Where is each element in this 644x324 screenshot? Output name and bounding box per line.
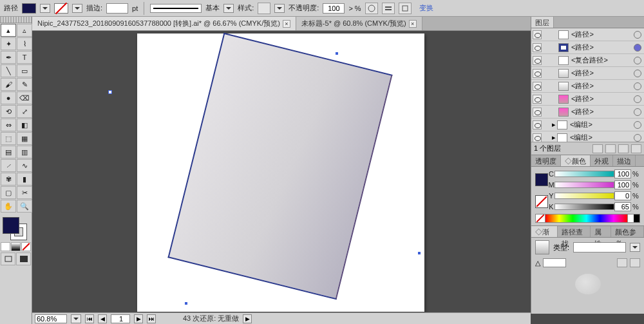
panel-grip[interactable] xyxy=(0,17,32,23)
width-tool[interactable]: ⇔ xyxy=(1,119,16,131)
stroke-swatch[interactable] xyxy=(54,3,68,14)
paintbrush-tool[interactable]: 🖌 xyxy=(1,78,16,91)
transform-link[interactable]: 变换 xyxy=(419,3,433,13)
target-icon[interactable] xyxy=(634,70,641,77)
tab-appearance[interactable]: 外观 xyxy=(591,155,613,166)
slider-cyan[interactable] xyxy=(554,171,614,177)
pen-tool[interactable]: ✒ xyxy=(1,51,16,64)
artboard-tool[interactable]: ▢ xyxy=(1,186,16,199)
anchor-point[interactable] xyxy=(184,301,188,305)
value-magenta[interactable]: 100 xyxy=(614,180,631,189)
lock-slot[interactable] xyxy=(543,95,551,104)
layer-row[interactable]: <复合路径> xyxy=(531,54,644,67)
lock-slot[interactable] xyxy=(543,56,551,65)
visibility-icon[interactable] xyxy=(533,95,542,104)
eyedropper-tool[interactable]: ⟋ xyxy=(1,159,16,172)
layer-row[interactable]: <路径> xyxy=(531,80,644,93)
selection-tool[interactable]: ▴ xyxy=(1,24,16,37)
lasso-tool[interactable]: ⌇ xyxy=(17,37,32,50)
free-transform-tool[interactable]: ◧ xyxy=(17,119,32,131)
target-icon[interactable] xyxy=(634,57,641,64)
layer-row[interactable]: <路径> xyxy=(531,93,644,106)
locate-object-icon[interactable] xyxy=(592,144,603,153)
lock-slot[interactable] xyxy=(543,30,551,39)
gradient-tool[interactable]: ▥ xyxy=(17,146,32,158)
color-mode-solid[interactable] xyxy=(1,242,10,251)
layer-row[interactable]: ▸<编组> xyxy=(531,131,644,142)
magic-wand-tool[interactable]: ✦ xyxy=(1,37,16,50)
tab-layers[interactable]: 图层 xyxy=(531,17,554,28)
tab-pathfinder[interactable]: 路径查找 xyxy=(558,226,591,237)
document-tab[interactable]: 未标题-5* @ 60.8% (CMYK/预览) × xyxy=(296,17,422,30)
target-icon[interactable] xyxy=(634,95,641,103)
visibility-icon[interactable] xyxy=(533,108,542,117)
tab-attributes[interactable]: 属性 xyxy=(591,226,611,237)
none-icon[interactable] xyxy=(535,214,545,223)
expand-icon[interactable]: ▸ xyxy=(552,133,556,142)
target-icon[interactable] xyxy=(634,31,641,39)
expand-icon[interactable]: ▸ xyxy=(552,120,556,129)
hand-tool[interactable]: ✋ xyxy=(1,200,16,213)
visibility-icon[interactable] xyxy=(533,133,542,142)
visibility-icon[interactable] xyxy=(533,82,542,91)
color-mode-none[interactable] xyxy=(21,242,31,251)
prev-artboard-icon[interactable]: ◀ xyxy=(98,314,107,323)
new-layer-icon[interactable] xyxy=(618,144,629,153)
close-icon[interactable]: × xyxy=(409,20,417,28)
graphic-style-swatch[interactable] xyxy=(258,3,270,14)
target-icon[interactable] xyxy=(634,121,641,129)
color-mode-gradient[interactable] xyxy=(11,242,21,251)
visibility-icon[interactable] xyxy=(533,56,542,65)
gradient-type-field[interactable] xyxy=(573,242,626,253)
fill-dropdown[interactable] xyxy=(40,4,50,13)
tab-gradient[interactable]: ◇渐变 xyxy=(531,226,558,237)
recolor-icon[interactable] xyxy=(365,3,378,14)
brush-field[interactable] xyxy=(150,4,202,13)
visibility-icon[interactable] xyxy=(533,30,542,39)
pencil-tool[interactable]: ✎ xyxy=(17,78,32,91)
transform-icon[interactable] xyxy=(399,3,412,14)
visibility-icon[interactable] xyxy=(533,43,542,52)
rectangle-tool[interactable]: ▭ xyxy=(17,64,32,77)
shape-builder-tool[interactable]: ⬚ xyxy=(1,132,16,145)
visibility-icon[interactable] xyxy=(533,69,542,78)
target-icon[interactable] xyxy=(634,134,641,142)
first-artboard-icon[interactable]: ⏮ xyxy=(85,314,94,323)
symbol-sprayer-tool[interactable]: ✾ xyxy=(1,173,16,186)
stroke-preview[interactable] xyxy=(535,195,548,208)
lock-slot[interactable] xyxy=(543,108,551,117)
perspective-tool[interactable]: ▦ xyxy=(17,132,32,145)
slider-black[interactable] xyxy=(554,204,614,210)
blob-brush-tool[interactable]: ● xyxy=(1,91,16,104)
gradient-swatch[interactable] xyxy=(535,240,549,254)
target-icon[interactable] xyxy=(634,108,641,116)
screen-mode-normal[interactable] xyxy=(1,253,15,265)
value-black[interactable]: 65 xyxy=(614,202,631,211)
color-spectrum[interactable] xyxy=(535,214,640,223)
screen-mode-full[interactable] xyxy=(16,253,31,265)
lock-slot[interactable] xyxy=(543,82,551,91)
style-dropdown[interactable] xyxy=(274,4,285,13)
layer-row[interactable]: <路径> xyxy=(531,41,644,54)
tab-color[interactable]: ◇颜色 xyxy=(561,155,591,166)
target-icon[interactable] xyxy=(634,82,641,90)
lock-slot[interactable] xyxy=(543,69,551,78)
anchor-point[interactable] xyxy=(335,52,339,55)
lock-slot[interactable] xyxy=(543,43,551,52)
lock-slot[interactable] xyxy=(543,120,551,129)
value-cyan[interactable]: 100 xyxy=(614,169,631,178)
close-icon[interactable]: × xyxy=(283,20,290,28)
status-expand-icon[interactable]: ▶ xyxy=(243,314,252,323)
eraser-tool[interactable]: ⌫ xyxy=(17,91,32,104)
target-icon[interactable] xyxy=(634,44,641,52)
type-tool[interactable]: T xyxy=(17,51,32,64)
canvas-area[interactable] xyxy=(32,31,531,314)
fill-color-box[interactable] xyxy=(3,217,19,234)
layer-row[interactable]: ▸<编组> xyxy=(531,119,644,131)
gradient-options-icon[interactable] xyxy=(630,258,640,267)
visibility-icon[interactable] xyxy=(533,120,542,129)
delete-layer-icon[interactable] xyxy=(631,144,641,153)
tab-transparency[interactable]: 透明度 xyxy=(531,155,561,166)
fill-stroke-control[interactable] xyxy=(0,216,31,242)
black-white-icon[interactable] xyxy=(627,214,640,223)
